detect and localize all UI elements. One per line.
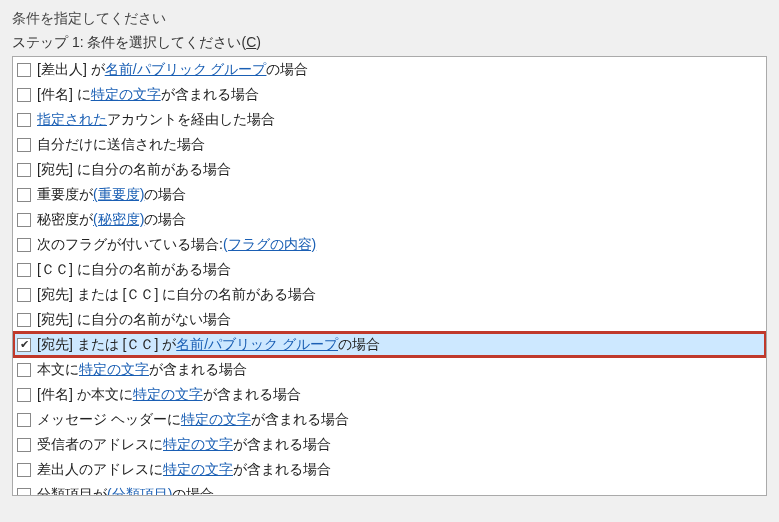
step-1-label: ステップ 1: 条件を選択してください(C) (12, 34, 767, 52)
condition-checkbox[interactable] (17, 488, 31, 497)
condition-row[interactable]: [ＣＣ] に自分の名前がある場合 (13, 257, 766, 282)
condition-checkbox[interactable] (17, 388, 31, 402)
condition-text: が含まれる場合 (233, 436, 331, 454)
condition-checkbox[interactable] (17, 213, 31, 227)
condition-link[interactable]: 指定された (37, 111, 107, 129)
step-access-key: C (246, 34, 256, 50)
condition-row[interactable]: 指定された アカウントを経由した場合 (13, 107, 766, 132)
condition-link[interactable]: (分類項目) (107, 486, 172, 497)
condition-link[interactable]: 特定の文字 (91, 86, 161, 104)
condition-text: [宛先] に自分の名前がない場合 (37, 311, 231, 329)
condition-row[interactable]: 差出人のアドレスに 特定の文字 が含まれる場合 (13, 457, 766, 482)
condition-checkbox[interactable] (17, 363, 31, 377)
condition-link[interactable]: 特定の文字 (133, 386, 203, 404)
condition-row[interactable]: 分類項目が (分類項目) の場合 (13, 482, 766, 496)
condition-checkbox[interactable] (17, 113, 31, 127)
condition-row[interactable]: [差出人] が 名前/パブリック グループ の場合 (13, 57, 766, 82)
condition-text: [宛先] または [ＣＣ] に自分の名前がある場合 (37, 286, 316, 304)
condition-text: 次のフラグが付いている場合: (37, 236, 223, 254)
condition-checkbox[interactable] (17, 88, 31, 102)
condition-text: 分類項目が (37, 486, 107, 497)
condition-text: が含まれる場合 (233, 461, 331, 479)
condition-checkbox[interactable] (17, 188, 31, 202)
condition-row[interactable]: [宛先] または [ＣＣ] が 名前/パブリック グループ の場合 (13, 332, 766, 357)
condition-row[interactable]: 秘密度が (秘密度) の場合 (13, 207, 766, 232)
condition-checkbox[interactable] (17, 63, 31, 77)
condition-text: の場合 (338, 336, 380, 354)
condition-checkbox[interactable] (17, 313, 31, 327)
condition-checkbox[interactable] (17, 138, 31, 152)
condition-link[interactable]: (重要度) (93, 186, 144, 204)
condition-checkbox[interactable] (17, 463, 31, 477)
condition-text: 自分だけに送信された場合 (37, 136, 205, 154)
condition-text: が含まれる場合 (203, 386, 301, 404)
condition-row[interactable]: 受信者のアドレスに 特定の文字 が含まれる場合 (13, 432, 766, 457)
step-prefix: ステップ 1: 条件を選択してください( (12, 34, 246, 50)
condition-row[interactable]: 重要度が (重要度) の場合 (13, 182, 766, 207)
dialog-prompt: 条件を指定してください (12, 10, 767, 28)
condition-row[interactable]: [宛先] または [ＣＣ] に自分の名前がある場合 (13, 282, 766, 307)
condition-link[interactable]: 特定の文字 (181, 411, 251, 429)
condition-row[interactable]: 自分だけに送信された場合 (13, 132, 766, 157)
condition-text: [差出人] が (37, 61, 105, 79)
condition-row[interactable]: [宛先] に自分の名前がない場合 (13, 307, 766, 332)
conditions-listbox[interactable]: [差出人] が 名前/パブリック グループ の場合 [件名] に 特定の文字 が… (12, 56, 767, 496)
condition-text: [件名] に (37, 86, 91, 104)
condition-link[interactable]: 特定の文字 (163, 436, 233, 454)
condition-text: の場合 (266, 61, 308, 79)
condition-link[interactable]: (秘密度) (93, 211, 144, 229)
condition-text: [宛先] に自分の名前がある場合 (37, 161, 231, 179)
step-suffix: ) (256, 34, 261, 50)
condition-text: の場合 (144, 186, 186, 204)
condition-text: が含まれる場合 (251, 411, 349, 429)
condition-text: [宛先] または [ＣＣ] が (37, 336, 176, 354)
condition-checkbox[interactable] (17, 438, 31, 452)
condition-text: [ＣＣ] に自分の名前がある場合 (37, 261, 231, 279)
condition-link[interactable]: 名前/パブリック グループ (105, 61, 267, 79)
condition-checkbox[interactable] (17, 163, 31, 177)
condition-link[interactable]: 特定の文字 (163, 461, 233, 479)
condition-link[interactable]: (フラグの内容) (223, 236, 316, 254)
condition-row[interactable]: [宛先] に自分の名前がある場合 (13, 157, 766, 182)
condition-link[interactable]: 名前/パブリック グループ (176, 336, 338, 354)
condition-text: 受信者のアドレスに (37, 436, 163, 454)
condition-text: メッセージ ヘッダーに (37, 411, 181, 429)
condition-row[interactable]: [件名] か本文に 特定の文字 が含まれる場合 (13, 382, 766, 407)
condition-text: [件名] か本文に (37, 386, 133, 404)
condition-text: の場合 (172, 486, 214, 497)
condition-checkbox[interactable] (17, 238, 31, 252)
condition-checkbox[interactable] (17, 413, 31, 427)
condition-text: 差出人のアドレスに (37, 461, 163, 479)
condition-checkbox[interactable] (17, 338, 31, 352)
condition-text: が含まれる場合 (149, 361, 247, 379)
condition-link[interactable]: 特定の文字 (79, 361, 149, 379)
condition-checkbox[interactable] (17, 288, 31, 302)
condition-row[interactable]: 本文に 特定の文字 が含まれる場合 (13, 357, 766, 382)
condition-checkbox[interactable] (17, 263, 31, 277)
condition-row[interactable]: 次のフラグが付いている場合: (フラグの内容) (13, 232, 766, 257)
condition-text: 重要度が (37, 186, 93, 204)
condition-text: 秘密度が (37, 211, 93, 229)
condition-text: が含まれる場合 (161, 86, 259, 104)
condition-row[interactable]: メッセージ ヘッダーに 特定の文字 が含まれる場合 (13, 407, 766, 432)
condition-text: の場合 (144, 211, 186, 229)
condition-row[interactable]: [件名] に 特定の文字 が含まれる場合 (13, 82, 766, 107)
condition-text: 本文に (37, 361, 79, 379)
condition-text: アカウントを経由した場合 (107, 111, 275, 129)
